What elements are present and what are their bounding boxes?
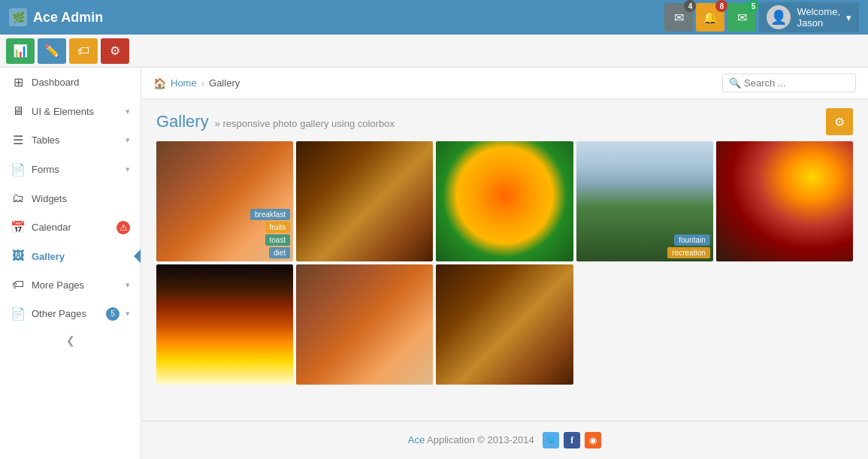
- gallery-tag: recreation: [667, 247, 709, 258]
- breadcrumb-separator: ›: [201, 77, 204, 89]
- main-layout: ⊞ Dashboard 🖥 UI & Elements ▾ ☰ Tables ▾…: [0, 68, 868, 459]
- gallery-item-6[interactable]: [156, 264, 293, 385]
- facebook-icon[interactable]: f: [564, 432, 580, 448]
- gallery-empty-2: [716, 264, 853, 385]
- page-title: Gallery: [156, 112, 209, 131]
- gallery-item-3[interactable]: [436, 141, 573, 261]
- gallery-tag: diet: [269, 247, 290, 258]
- sidebar-item-dashboard[interactable]: ⊞ Dashboard: [0, 68, 141, 97]
- sidebar-item-tables[interactable]: ☰ Tables ▾: [0, 125, 141, 155]
- calendar-alert-badge: ⚠: [116, 221, 130, 234]
- chevron-down-icon: ▾: [126, 135, 130, 145]
- dashboard-icon: ⊞: [11, 75, 26, 89]
- breadcrumb-home[interactable]: Home: [171, 77, 197, 89]
- content-area: 🏠 Home › Gallery 🔍 Gallery » responsive …: [141, 68, 868, 459]
- breadcrumb: 🏠 Home › Gallery: [153, 77, 240, 89]
- user-label: Welcome, Jason: [797, 6, 840, 29]
- sidebar-label-forms: Forms: [32, 164, 119, 175]
- page-subtitle: » responsive photo gallery using colorbo…: [215, 118, 395, 129]
- rss-icon[interactable]: ◉: [585, 432, 601, 448]
- sidebar-label-tables: Tables: [32, 134, 119, 146]
- sidebar-collapse-button[interactable]: ❮: [0, 328, 141, 352]
- brand-icon: 🌿: [9, 8, 27, 26]
- sidebar-label-widgets: Widgets: [32, 193, 130, 204]
- chevron-down-icon: ▾: [126, 280, 130, 290]
- email-badge: 5: [747, 0, 759, 12]
- sidebar-label-other-pages: Other Pages: [32, 308, 100, 319]
- user-dropdown-icon: ▾: [846, 12, 851, 23]
- gallery-tag: breakfast: [250, 209, 290, 220]
- gallery-item-7[interactable]: [296, 264, 433, 385]
- sidebar-label-dashboard: Dashboard: [32, 77, 130, 88]
- gallery-tags-4: fountain recreation: [667, 234, 709, 258]
- home-icon: 🏠: [153, 77, 166, 89]
- avatar: 👤: [767, 5, 791, 29]
- iconbar-chart-button[interactable]: 📊: [6, 38, 35, 64]
- more-pages-icon: 🏷: [11, 278, 26, 291]
- calendar-icon: 📅: [11, 220, 26, 234]
- bell-button[interactable]: 🔔 8: [696, 3, 724, 32]
- active-indicator: [134, 249, 141, 264]
- gallery-tag: fountain: [674, 234, 710, 246]
- sidebar-item-more-pages[interactable]: 🏷 More Pages ▾: [0, 270, 141, 299]
- forms-icon: 📄: [11, 162, 26, 177]
- footer: Ace Application © 2013-2014 🐦 f ◉: [141, 421, 868, 459]
- sidebar-item-calendar[interactable]: 📅 Calendar ⚠: [0, 213, 141, 242]
- sidebar-item-forms[interactable]: 📄 Forms ▾: [0, 155, 141, 184]
- twitter-icon[interactable]: 🐦: [543, 432, 559, 448]
- sidebar-label-calendar: Calendar: [32, 222, 110, 233]
- sidebar: ⊞ Dashboard 🖥 UI & Elements ▾ ☰ Tables ▾…: [0, 68, 141, 459]
- chevron-down-icon: ▾: [126, 165, 130, 174]
- sidebar-item-ui-elements[interactable]: 🖥 UI & Elements ▾: [0, 97, 141, 125]
- sidebar-item-gallery[interactable]: 🖼 Gallery: [0, 242, 141, 270]
- iconbar-edit-button[interactable]: ✏️: [38, 38, 66, 64]
- footer-social-icons: 🐦 f ◉: [543, 432, 601, 448]
- footer-text: Application © 2013-2014: [427, 434, 534, 445]
- brand-name: Ace Admin: [33, 10, 103, 26]
- gallery-item-2[interactable]: [296, 141, 433, 261]
- widgets-icon: 🗂: [11, 192, 26, 205]
- iconbar-settings-button[interactable]: ⚙: [101, 38, 129, 64]
- gallery-tag: fruits: [265, 222, 291, 233]
- gallery-item-1[interactable]: breakfast fruits toast diet: [156, 141, 293, 261]
- sidebar-item-other-pages[interactable]: 📄 Other Pages 5 ▾: [0, 299, 141, 328]
- search-input[interactable]: [744, 77, 849, 89]
- email-button[interactable]: ✉ 5: [727, 3, 756, 32]
- tables-icon: ☰: [11, 133, 26, 147]
- chevron-down-icon: ▾: [126, 107, 130, 116]
- bell-badge: 8: [715, 0, 727, 12]
- other-pages-icon: 📄: [11, 307, 26, 321]
- page-settings-button[interactable]: ⚙: [826, 108, 853, 135]
- content-topbar: 🏠 Home › Gallery 🔍: [141, 68, 868, 99]
- gallery-item-4[interactable]: fountain recreation: [576, 141, 713, 261]
- page-title-area: Gallery » responsive photo gallery using…: [156, 112, 395, 131]
- sidebar-item-widgets[interactable]: 🗂 Widgets: [0, 184, 141, 213]
- sidebar-label-more-pages: More Pages: [32, 279, 119, 291]
- sidebar-label-gallery: Gallery: [32, 251, 130, 262]
- page-header: Gallery » responsive photo gallery using…: [141, 99, 868, 141]
- gallery-grid: breakfast fruits toast diet fountain re: [141, 141, 868, 400]
- icon-bar: 📊 ✏️ 🏷 ⚙: [0, 35, 868, 68]
- search-icon: 🔍: [729, 77, 741, 89]
- gallery-tag: toast: [265, 234, 291, 246]
- top-navbar: 🌿 Ace Admin ✉ 4 🔔 8 ✉ 5 👤 Welcome, Jason…: [0, 0, 868, 35]
- gallery-item-8[interactable]: [436, 264, 573, 385]
- user-menu[interactable]: 👤 Welcome, Jason ▾: [759, 2, 859, 32]
- sidebar-label-ui-elements: UI & Elements: [32, 106, 119, 117]
- iconbar-tag-button[interactable]: 🏷: [69, 38, 98, 64]
- top-right-icons: ✉ 4 🔔 8 ✉ 5 👤 Welcome, Jason ▾: [664, 2, 859, 32]
- brand: 🌿 Ace Admin: [9, 8, 103, 26]
- mail-badge: 4: [684, 0, 696, 12]
- other-pages-badge: 5: [106, 307, 119, 321]
- footer-brand-link[interactable]: Ace: [408, 434, 425, 445]
- gallery-tags-1: breakfast fruits toast diet: [250, 209, 290, 258]
- ui-elements-icon: 🖥: [11, 104, 26, 118]
- gallery-empty-1: [576, 264, 713, 385]
- gallery-item-5[interactable]: [716, 141, 853, 261]
- mail-button[interactable]: ✉ 4: [664, 3, 693, 32]
- chevron-down-icon: ▾: [126, 309, 130, 319]
- gallery-icon: 🖼: [11, 249, 26, 263]
- breadcrumb-current: Gallery: [209, 77, 240, 89]
- search-box[interactable]: 🔍: [722, 74, 856, 92]
